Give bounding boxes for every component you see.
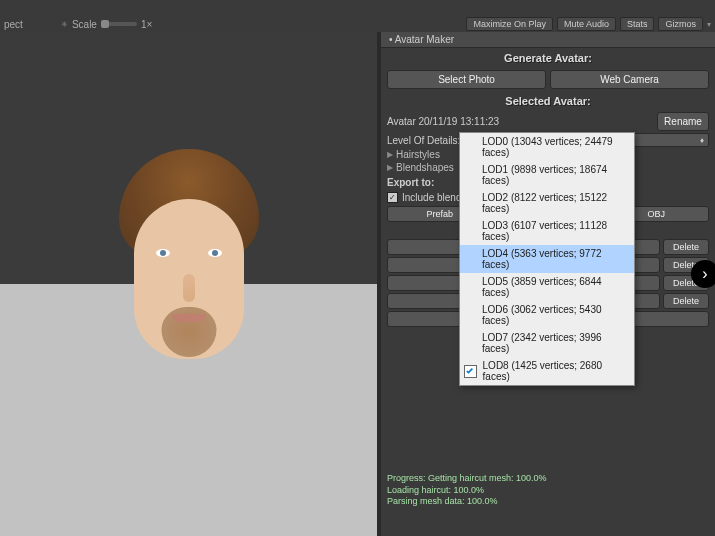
rename-button[interactable]: Rename (657, 112, 709, 131)
lod-dropdown-popup: LOD0 (13043 vertices; 24479 faces)LOD1 (… (459, 132, 635, 386)
avatar-maker-panel: • Avatar Maker Generate Avatar: Select P… (381, 32, 715, 536)
delete-button[interactable]: Delete (663, 239, 709, 255)
next-arrow-button[interactable]: › (691, 260, 715, 288)
lod-label: Level Of Details: (387, 135, 460, 146)
viewport-3d[interactable] (0, 32, 377, 536)
lod-option[interactable]: LOD0 (13043 vertices; 24479 faces) (460, 133, 634, 161)
lod-option[interactable]: LOD5 (3859 vertices; 6844 faces) (460, 273, 634, 301)
web-camera-button[interactable]: Web Camera (550, 70, 709, 89)
lod-option[interactable]: LOD1 (9898 vertices; 18674 faces) (460, 161, 634, 189)
lod-option[interactable]: LOD3 (6107 vertices; 11128 faces) (460, 217, 634, 245)
lod-option[interactable]: LOD2 (8122 vertices; 15122 faces) (460, 189, 634, 217)
aspect-label: pect (4, 19, 23, 30)
scale-icon: ✳ (61, 20, 68, 29)
avatar-name-label: Avatar 20/11/19 13:11:23 (387, 116, 653, 127)
panel-tab-label: • Avatar Maker (389, 34, 454, 45)
lod-option[interactable]: LOD7 (2342 vertices; 3996 faces) (460, 329, 634, 357)
triangle-right-icon: ▶ (387, 150, 393, 159)
dropdown-icon[interactable]: ▾ (707, 20, 711, 29)
scale-label: Scale (72, 19, 97, 30)
include-blendshapes-checkbox[interactable]: ✓ (387, 192, 398, 203)
top-toolbar: pect ✳ Scale 1× Maximize On Play Mute Au… (0, 0, 715, 32)
avatar-preview (109, 149, 269, 399)
status-log: Progress: Getting haircut mesh: 100.0% L… (381, 469, 715, 536)
chevron-down-icon: ♦ (700, 136, 704, 145)
lod-option[interactable]: LOD6 (3062 vertices; 5430 faces) (460, 301, 634, 329)
gizmos-toggle[interactable]: Gizmos (658, 17, 703, 31)
app-root: pect ✳ Scale 1× Maximize On Play Mute Au… (0, 0, 715, 536)
scale-slider[interactable] (101, 22, 137, 26)
main-area: • Avatar Maker Generate Avatar: Select P… (0, 32, 715, 536)
stats-toggle[interactable]: Stats (620, 17, 655, 31)
lod-option[interactable]: LOD4 (5363 vertices; 9772 faces) (460, 245, 634, 273)
select-photo-button[interactable]: Select Photo (387, 70, 546, 89)
lod-option[interactable]: LOD8 (1425 vertices; 2680 faces) (460, 357, 634, 385)
panel-tab[interactable]: • Avatar Maker (381, 32, 715, 48)
maximize-on-play-toggle[interactable]: Maximize On Play (466, 17, 553, 31)
triangle-right-icon: ▶ (387, 163, 393, 172)
scale-value: 1× (141, 19, 152, 30)
generate-avatar-title: Generate Avatar: (381, 48, 715, 68)
selected-avatar-title: Selected Avatar: (381, 91, 715, 111)
mute-audio-toggle[interactable]: Mute Audio (557, 17, 616, 31)
delete-button[interactable]: Delete (663, 293, 709, 309)
